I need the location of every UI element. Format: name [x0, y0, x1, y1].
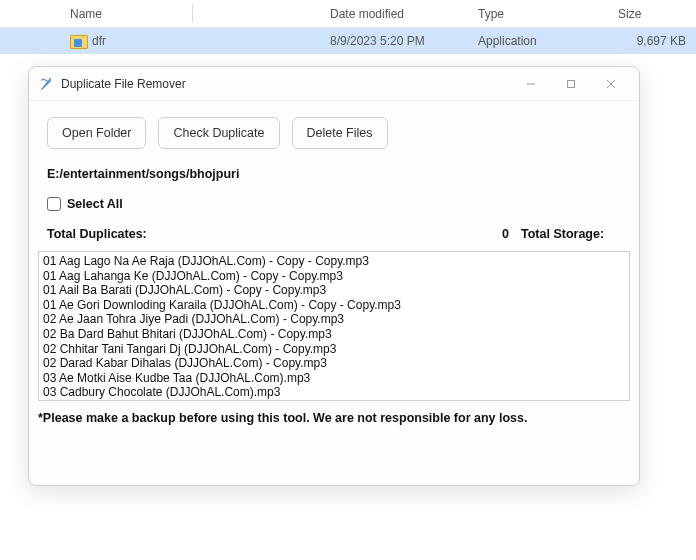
total-storage-label: Total Storage: — [521, 227, 621, 241]
column-type[interactable]: Type — [478, 7, 618, 21]
open-folder-button[interactable]: Open Folder — [47, 117, 146, 149]
svg-rect-1 — [568, 80, 575, 87]
list-item[interactable]: 02 Ae Jaan Tohra Jiye Padi (DJJOhAL.Com)… — [43, 312, 625, 327]
disclaimer-text: *Please make a backup before using this … — [29, 401, 639, 435]
column-name[interactable]: Name — [0, 7, 330, 21]
close-icon — [606, 79, 616, 89]
close-button[interactable] — [591, 72, 631, 96]
file-type: Application — [478, 34, 618, 48]
file-name: dfr — [92, 34, 106, 48]
column-divider — [192, 4, 193, 22]
file-size: 9,697 KB — [618, 34, 696, 48]
file-date: 8/9/2023 5:20 PM — [330, 34, 478, 48]
column-date[interactable]: Date modified — [330, 7, 478, 21]
column-size[interactable]: Size — [618, 7, 696, 21]
minimize-icon — [526, 79, 536, 89]
maximize-button[interactable] — [551, 72, 591, 96]
app-window: Duplicate File Remover Open Folder Check… — [28, 66, 640, 486]
explorer-column-header: Name Date modified Type Size — [0, 0, 696, 28]
list-item[interactable]: 01 Ae Gori Downloding Karaila (DJJOhAL.C… — [43, 298, 625, 313]
list-item[interactable]: 02 Darad Kabar Dihalas (DJJOhAL.Com) - C… — [43, 356, 625, 371]
minimize-button[interactable] — [511, 72, 551, 96]
check-duplicate-button[interactable]: Check Duplicate — [158, 117, 279, 149]
total-duplicates-label: Total Duplicates: — [47, 227, 479, 241]
delete-files-button[interactable]: Delete Files — [292, 117, 388, 149]
application-icon — [70, 33, 86, 49]
select-all-row[interactable]: Select All — [29, 187, 639, 217]
duplicate-file-list[interactable]: 01 Aag Lago Na Ae Raja (DJJOhAL.Com) - C… — [38, 251, 630, 401]
window-title: Duplicate File Remover — [61, 77, 511, 91]
total-duplicates-count: 0 — [479, 227, 509, 241]
list-item[interactable]: 02 Ba Dard Bahut Bhitari (DJJOhAL.Com) -… — [43, 327, 625, 342]
list-item[interactable]: 03 Cadbury Chocolate (DJJOhAL.Com).mp3 — [43, 385, 625, 400]
explorer-file-row[interactable]: dfr 8/9/2023 5:20 PM Application 9,697 K… — [0, 28, 696, 54]
list-item[interactable]: 01 Aag Lago Na Ae Raja (DJJOhAL.Com) - C… — [43, 254, 625, 269]
app-icon — [39, 77, 53, 91]
folder-path: E:/entertainment/songs/bhojpuri — [29, 161, 639, 187]
maximize-icon — [566, 79, 576, 89]
titlebar[interactable]: Duplicate File Remover — [29, 67, 639, 101]
list-item[interactable]: 02 Chhitar Tani Tangari Dj (DJJOhAL.Com)… — [43, 342, 625, 357]
list-item[interactable]: 03 Ae Motki Aise Kudbe Taa (DJJOhAL.Com)… — [43, 371, 625, 386]
list-item[interactable]: 01 Aag Lahanga Ke (DJJOhAL.Com) - Copy -… — [43, 269, 625, 284]
select-all-checkbox[interactable] — [47, 197, 61, 211]
list-item[interactable]: 01 Aail Ba Barati (DJJOhAL.Com) - Copy -… — [43, 283, 625, 298]
select-all-label: Select All — [67, 197, 123, 211]
